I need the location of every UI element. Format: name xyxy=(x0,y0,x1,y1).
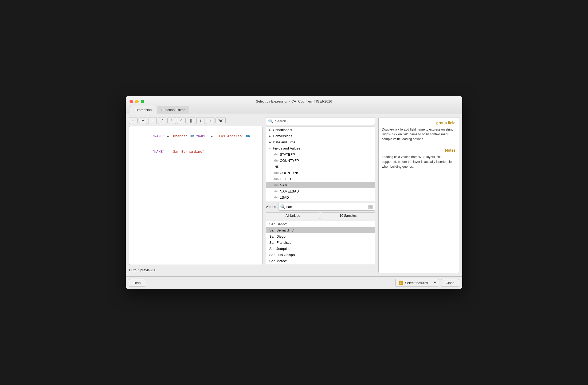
tab-function-editor[interactable]: Function Editor xyxy=(157,106,189,114)
value-san-luis-obispo[interactable]: 'San Luis Obispo' xyxy=(266,252,375,258)
left-panel: = + - / * ^ || ( ) '\n' "NAME" = 'Orange… xyxy=(129,117,262,273)
select-features-dropdown-button[interactable]: ▼ xyxy=(431,279,439,286)
op-divide[interactable]: / xyxy=(158,117,166,124)
value-san-mateo[interactable]: 'San Mateo' xyxy=(266,258,375,264)
tree-field-countyns[interactable]: abc COUNTYNS xyxy=(266,170,375,176)
maximize-traffic-light[interactable] xyxy=(141,100,144,103)
expression-editor[interactable]: "NAME" = 'Orange' OR "NAME" = 'Los Angel… xyxy=(129,126,262,265)
values-buttons: All Unique 10 Samples xyxy=(266,212,375,219)
op-newline[interactable]: '\n' xyxy=(215,117,226,124)
value-san-bernardino[interactable]: 'San Bernardino' xyxy=(266,227,375,233)
tree-field-geoid[interactable]: abc GEOID xyxy=(266,176,375,182)
values-search-input[interactable] xyxy=(287,205,367,209)
expand-icon-fields: ▼ xyxy=(268,147,272,150)
bottom-left: Help xyxy=(129,279,145,287)
help-text: Double-click to add field name to expres… xyxy=(382,127,456,142)
op-multiply[interactable]: * xyxy=(167,117,176,124)
op-lparen[interactable]: ( xyxy=(196,117,205,124)
all-unique-button[interactable]: All Unique xyxy=(266,212,320,219)
values-section: Values 🔍 ✕ All Unique 10 Samples 'San Be… xyxy=(266,203,375,264)
select-features-button-group: ⬡ Select features ▼ xyxy=(395,279,439,287)
window-title: Select by Expression - CA_Counties_TIGER… xyxy=(256,99,332,103)
op-pipe[interactable]: || xyxy=(187,117,195,124)
values-search-icon: 🔍 xyxy=(280,204,285,209)
tab-expression[interactable]: Expression xyxy=(130,106,156,114)
select-features-main-button[interactable]: ⬡ Select features xyxy=(395,279,431,287)
tree-item-conversions[interactable]: ▶ Conversions xyxy=(266,133,375,139)
help-title: group field xyxy=(382,121,456,125)
expression-line-2: "NAME" = 'San Bernardino' xyxy=(131,144,260,160)
titlebar: Select by Expression - CA_Counties_TIGER… xyxy=(126,96,462,114)
expression-line-1: "NAME" = 'Orange' OR "NAME" = 'Los Angel… xyxy=(131,128,260,144)
tree-view: ▶ Conditionals ▶ Conversions ▶ Date and … xyxy=(266,127,375,201)
bottom-bar: Help ⬡ Select features ▼ Close xyxy=(126,276,462,289)
values-list: 'San Benito' 'San Bernardino' 'San Diego… xyxy=(266,221,375,264)
values-clear-button[interactable]: ✕ xyxy=(368,205,373,209)
op-minus[interactable]: - xyxy=(148,117,157,124)
notes-section: Notes Loading field values from WFS laye… xyxy=(379,145,459,172)
value-san-benito[interactable]: 'San Benito' xyxy=(266,221,375,227)
op-caret[interactable]: ^ xyxy=(177,117,186,124)
expand-icon-date-time: ▶ xyxy=(268,141,272,144)
search-icon: 🔍 xyxy=(268,119,273,124)
bottom-right: ⬡ Select features ▼ Close xyxy=(395,279,459,287)
value-san-diego[interactable]: 'San Diego' xyxy=(266,233,375,239)
select-features-icon: ⬡ xyxy=(399,281,403,285)
tree-item-fields-and-values[interactable]: ▼ Fields and Values xyxy=(266,145,375,151)
tree-item-date-and-time[interactable]: ▶ Date and Time xyxy=(266,139,375,145)
tree-field-lsad[interactable]: abc LSAD xyxy=(266,194,375,201)
tree-field-namelsad[interactable]: abc NAMELSAD xyxy=(266,188,375,194)
tree-field-countyfp[interactable]: abc COUNTYFP xyxy=(266,158,375,164)
content-area: = + - / * ^ || ( ) '\n' "NAME" = 'Orange… xyxy=(126,114,462,276)
operator-bar: = + - / * ^ || ( ) '\n' xyxy=(129,117,262,124)
search-bar: 🔍 xyxy=(266,117,375,125)
close-traffic-light[interactable] xyxy=(130,100,133,103)
op-equals[interactable]: = xyxy=(129,117,138,124)
tree-field-statefp[interactable]: abc STATEFP xyxy=(266,151,375,158)
main-window: Select by Expression - CA_Counties_TIGER… xyxy=(126,96,462,289)
notes-title: Notes xyxy=(382,148,456,152)
notes-text: Loading field values from WFS layers isn… xyxy=(382,155,456,169)
expand-icon-conversions: ▶ xyxy=(268,135,272,138)
values-search: 🔍 ✕ xyxy=(278,203,375,211)
tab-bar: Expression Function Editor xyxy=(130,106,190,114)
output-preview: Output preview: 0 xyxy=(129,267,262,273)
minimize-traffic-light[interactable] xyxy=(135,100,139,103)
close-button[interactable]: Close xyxy=(441,279,459,287)
tree-field-null[interactable]: NULL xyxy=(266,164,375,170)
middle-panel: 🔍 ▶ Conditionals ▶ Conversions ▶ Date an… xyxy=(266,117,375,273)
right-panel: group field Double-click to add field na… xyxy=(378,117,459,273)
op-plus[interactable]: + xyxy=(139,117,147,124)
op-rparen[interactable]: ) xyxy=(206,117,214,124)
10-samples-button[interactable]: 10 Samples xyxy=(321,212,375,219)
value-san-francisco[interactable]: 'San Francisco' xyxy=(266,239,375,246)
tree-children-fields: abc STATEFP abc COUNTYFP NULL abc COUNTY… xyxy=(266,151,375,201)
tree-item-conditionals[interactable]: ▶ Conditionals xyxy=(266,127,375,133)
expand-icon-conditionals: ▶ xyxy=(268,128,272,131)
value-san-joaquin[interactable]: 'San Joaquin' xyxy=(266,246,375,252)
values-header: Values 🔍 ✕ xyxy=(266,203,375,211)
search-input[interactable] xyxy=(275,119,373,123)
help-section: group field Double-click to add field na… xyxy=(379,117,459,145)
traffic-lights xyxy=(130,100,144,103)
values-label: Values xyxy=(266,205,276,209)
tree-field-name[interactable]: abc NAME xyxy=(266,182,375,188)
help-button[interactable]: Help xyxy=(129,279,145,287)
